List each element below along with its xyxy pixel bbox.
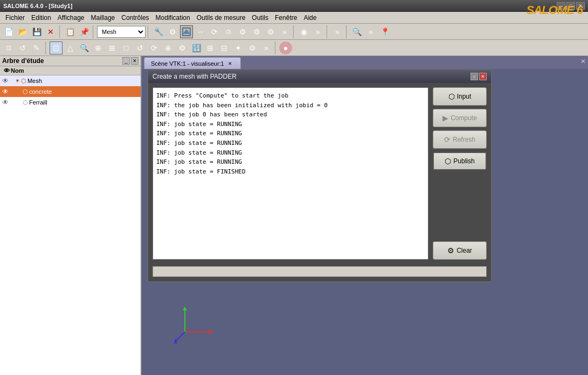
log-line-5: INF: job state = RUNNING [156, 138, 425, 148]
tool-btn-10[interactable]: ◉ [298, 25, 310, 38]
save-button[interactable]: 💾 [30, 25, 43, 38]
vp-tool-16[interactable]: ⊟ [218, 41, 231, 54]
vp-tool-9[interactable]: □ [120, 41, 133, 54]
eye-column-header: 👁 [2, 67, 11, 74]
menu-affichage[interactable]: Affichage [54, 13, 88, 23]
menu-outils[interactable]: Outils [248, 13, 272, 23]
close-doc-button[interactable]: ✕ [44, 25, 57, 38]
salome-logo: SALOME 6 [527, 3, 583, 17]
vp-tool-6[interactable]: 🔍 [78, 41, 91, 54]
name-column-header: Nom [11, 67, 24, 74]
mesh-selector[interactable]: Mesh [97, 26, 146, 38]
concrete-label: concrete [29, 88, 52, 95]
tree-row-ferraill[interactable]: 👁 ⬡ Ferraill [0, 97, 141, 108]
vp-sep-2 [275, 41, 277, 54]
menu-fenetre[interactable]: Fenêtre [272, 13, 300, 23]
modal-status-bar [153, 266, 487, 277]
vp-tool-5[interactable]: △ [64, 41, 77, 54]
menu-fichier[interactable]: Fichier [2, 13, 28, 23]
tree-column-header: 👁 Nom [0, 66, 141, 75]
modal-log-area[interactable]: INF: Press "Compute" to start the job IN… [153, 87, 428, 260]
app-title: SALOME 6.4.0 - [Study1] [3, 3, 557, 9]
input-button[interactable]: ⬡ Input [433, 87, 487, 106]
menu-modification[interactable]: Modification [153, 13, 193, 23]
tree-row-mesh[interactable]: 👁 ▼ ⬡ Mesh [0, 75, 141, 86]
3d-viewport[interactable]: Create a mesh with PADDER ○ ✕ INF: Press… [142, 69, 588, 375]
menu-outils-mesure[interactable]: Outils de mesure [193, 13, 249, 23]
vp-tool-13[interactable]: ⚙ [176, 41, 189, 54]
mesh-label: Mesh [27, 78, 42, 84]
vp-tool-8[interactable]: ⊞ [106, 41, 119, 54]
compute-button[interactable]: ▶ Compute [433, 109, 487, 127]
refresh-button[interactable]: ⟳ Refresh [433, 130, 487, 149]
tool-btn-9[interactable]: » [278, 25, 291, 38]
vp-tool-11[interactable]: ⟳ [148, 41, 161, 54]
menu-controles[interactable]: Contrôles [118, 13, 152, 23]
clear-button[interactable]: ⚙ Clear [433, 241, 487, 260]
tool-btn-3[interactable]: ↔ [194, 25, 207, 38]
vp-tool-7[interactable]: ⊕ [92, 41, 105, 54]
tool-btn-8[interactable]: ⚙ [264, 25, 277, 38]
eye-ferraill[interactable]: 👁 [1, 99, 10, 106]
vp-tool-20[interactable]: ● [279, 41, 292, 54]
open-button[interactable]: 📂 [16, 25, 29, 38]
tool-btn-12[interactable]: » [331, 25, 344, 38]
vp-tool-10[interactable]: ↺ [134, 41, 147, 54]
tool-btn-13[interactable]: 🔍 [350, 25, 363, 38]
log-line-3: INF: job state = RUNNING [156, 120, 425, 129]
modal-sidebar: ⬡ Input ▶ Compute ⟳ Refresh [433, 87, 487, 260]
vp-tool-15[interactable]: ⊞ [204, 41, 217, 54]
vp-tool-19[interactable]: » [260, 41, 273, 54]
tree-close-btn[interactable]: ✕ [131, 57, 139, 65]
coordinate-axes [174, 305, 217, 348]
vp-tool-14[interactable]: 🔢 [190, 41, 203, 54]
new-button[interactable]: 📄 [2, 25, 15, 38]
tool-btn-active[interactable] [180, 25, 193, 38]
viewport-close-btn[interactable]: ✕ [580, 58, 586, 65]
viewport-tab-label: Scène VTK:1 - visualiseur:1 [151, 60, 224, 67]
tab-close-icon[interactable]: ✕ [226, 60, 234, 67]
title-bar: SALOME 6.4.0 - [Study1] SALOME 6 ─ □ ✕ [0, 0, 588, 12]
menu-aide[interactable]: Aide [300, 13, 320, 23]
refresh-icon: ⟳ [444, 135, 451, 144]
tool-btn-11[interactable]: » [312, 25, 324, 38]
viewport-tab-1[interactable]: Scène VTK:1 - visualiseur:1 ✕ [144, 57, 241, 69]
log-line-0: INF: Press "Compute" to start the job [156, 91, 425, 101]
vp-tool-18[interactable]: ⚙ [246, 41, 259, 54]
tool-btn-2[interactable]: ⚙ [166, 25, 179, 38]
copy-button[interactable]: 📋 [64, 25, 77, 38]
paste-button[interactable]: 📌 [78, 25, 91, 38]
ferraill-label: Ferraill [29, 99, 47, 106]
vp-sep-1 [45, 41, 47, 54]
modal-minimize-btn[interactable]: ○ [471, 73, 478, 80]
tool-btn-15[interactable]: 📍 [378, 25, 391, 38]
vp-tool-2[interactable]: ↺ [16, 41, 29, 54]
publish-button[interactable]: ⬡ Publish [433, 152, 487, 170]
vp-tool-3[interactable]: ✎ [30, 41, 43, 54]
tool-btn-5[interactable]: ⛭ [222, 25, 235, 38]
mesh-node-icon: ⬡ [21, 78, 26, 85]
menu-edition[interactable]: Edition [28, 13, 54, 23]
tree-row-concrete[interactable]: 👁 ⬡ concrete [0, 86, 141, 97]
tool-btn-6[interactable]: ⚙ [236, 25, 249, 38]
tool-btn-4[interactable]: ⟳ [208, 25, 221, 38]
eye-concrete[interactable]: 👁 [1, 88, 10, 95]
clear-icon: ⚙ [447, 246, 454, 255]
toolbar-separator-5 [327, 25, 329, 38]
study-tree-panel: Arbre d'étude _ ✕ 👁 Nom 👁 ▼ ⬡ Mesh [0, 56, 142, 375]
menu-maillage[interactable]: Maillage [88, 13, 119, 23]
vp-tool-17[interactable]: ✦ [232, 41, 245, 54]
toolbar-separator-6 [346, 25, 348, 38]
tree-minimize-btn[interactable]: _ [122, 57, 130, 65]
vp-tool-4[interactable]: ⊡ [50, 41, 63, 54]
eye-mesh[interactable]: 👁 [1, 77, 10, 85]
toolbar-separator-4 [293, 25, 295, 38]
tool-btn-14[interactable]: » [364, 25, 377, 38]
log-line-2: INF: the job 0 has been started [156, 110, 425, 120]
modal-title-bar: Create a mesh with PADDER ○ ✕ [148, 70, 491, 83]
vp-tool-12[interactable]: ⊕ [162, 41, 175, 54]
tool-btn-7[interactable]: ⚙ [250, 25, 263, 38]
tool-btn-1[interactable]: 🔧 [152, 25, 165, 38]
vp-tool-1[interactable]: ⊡ [2, 41, 15, 54]
modal-close-btn[interactable]: ✕ [479, 73, 487, 80]
